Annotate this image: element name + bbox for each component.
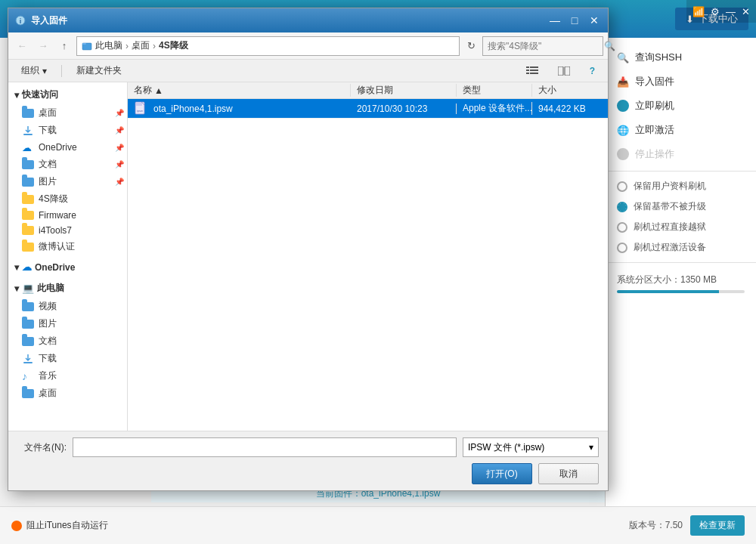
downloads-icon — [22, 125, 34, 137]
filename-input[interactable] — [73, 437, 457, 457]
col-header-size[interactable]: 大小 — [532, 84, 608, 97]
table-row[interactable]: ipsw ota_iPhone4,1.ipsw 2017/10/30 10:23… — [128, 99, 608, 119]
svg-rect-6 — [526, 70, 529, 71]
svg-rect-13 — [23, 362, 33, 363]
svg-rect-4 — [526, 66, 529, 68]
view-preview-button[interactable] — [551, 63, 577, 79]
refresh-button[interactable]: ↻ — [463, 38, 479, 54]
sidebar-item-4s-quick[interactable]: 4S降级 — [8, 190, 127, 208]
quick-access-expand[interactable]: ▾ — [14, 90, 19, 100]
pin-icon-3: 📌 — [115, 144, 124, 152]
firmware-folder-icon — [22, 211, 34, 220]
open-button[interactable]: 打开(O) — [472, 463, 532, 484]
dialog-close-button[interactable]: ✕ — [587, 13, 602, 28]
view-details-button[interactable] — [519, 63, 545, 79]
search-box: 🔍 — [482, 36, 603, 56]
svg-rect-12 — [23, 134, 33, 135]
direct-jailbreak-item[interactable]: 刷机过程直接越狱 — [606, 217, 756, 237]
pin-icon-1: 📌 — [115, 109, 124, 117]
dialog-maximize-button[interactable]: □ — [567, 13, 582, 28]
dialog-bottom: 文件名(N): IPSW 文件 (*.ipsw) ▾ 打开(O) 取消 — [8, 431, 608, 490]
nav-back-button[interactable]: ← — [13, 37, 31, 55]
breadcrumb-current[interactable]: 4S降级 — [159, 39, 188, 52]
search-input[interactable] — [488, 41, 601, 51]
quick-access-header: ▾ 快速访问 — [8, 85, 127, 104]
sidebar-item-pictures-quick[interactable]: 图片 📌 — [8, 173, 127, 190]
sidebar-item-downloads-quick[interactable]: 下载 📌 — [8, 122, 127, 139]
activate-jailbreak-item[interactable]: 刷机过程激活设备 — [606, 237, 756, 258]
col-header-date[interactable]: 修改日期 — [351, 84, 457, 97]
import-firmware-item[interactable]: 📥 导入固件 — [606, 70, 756, 94]
pictures-folder-icon — [22, 178, 34, 187]
4s-folder-icon — [22, 195, 34, 204]
dialog-content: ▾ 快速访问 桌面 📌 下载 📌 — [8, 82, 608, 431]
this-pc-label: 此电脑 — [37, 282, 64, 295]
sidebar-item-firmware[interactable]: Firmware — [8, 208, 127, 223]
sidebar-item-docs-pc[interactable]: 文档 — [8, 332, 127, 350]
system-size-info: 系统分区大小：1350 MB — [606, 267, 756, 299]
flash-dot — [617, 100, 629, 112]
svg-text:ipsw: ipsw — [137, 109, 143, 113]
breadcrumb-pc[interactable]: 此电脑 — [95, 39, 122, 52]
col-header-name[interactable]: 名称 ▲ — [128, 84, 351, 97]
music-icon: ♪ — [22, 370, 34, 382]
pin-icon-5: 📌 — [115, 178, 124, 186]
dialog-minimize-button[interactable]: — — [547, 13, 562, 28]
sort-asc-icon: ▲ — [154, 85, 163, 96]
sidebar-item-weibo[interactable]: 微博认证 — [8, 238, 127, 255]
minimize-tray-icon[interactable]: — — [726, 6, 736, 17]
desktop-folder-icon — [22, 109, 34, 118]
downloads-pc-icon — [22, 353, 34, 365]
query-shsh-item[interactable]: 🔍 查询SHSH — [606, 45, 756, 70]
onedrive-expand[interactable]: ▾ — [14, 262, 19, 273]
keep-user-data-item[interactable]: 保留用户资料刷机 — [606, 176, 756, 196]
docs-folder-icon — [22, 160, 34, 169]
svg-rect-11 — [565, 66, 570, 76]
sidebar-item-desktop-quick[interactable]: 桌面 📌 — [8, 104, 127, 122]
videos-folder-icon — [22, 302, 34, 311]
filename-row: 文件名(N): IPSW 文件 (*.ipsw) ▾ — [17, 437, 599, 457]
size-slider[interactable] — [617, 290, 745, 293]
dialog-icon: i — [14, 14, 26, 26]
app-bottombar: 阻止iTunes自动运行 版本号：7.50 检查更新 — [0, 506, 756, 544]
close-tray-icon[interactable]: ✕ — [742, 6, 750, 17]
file-list: 名称 ▲ 修改日期 类型 大小 — [128, 82, 608, 431]
activate-jailbreak-radio — [617, 243, 627, 253]
onedrive-icon: ☁ — [22, 261, 32, 273]
svg-rect-5 — [530, 66, 538, 68]
i4tools7-folder-icon — [22, 226, 34, 235]
import-firmware-icon: 📥 — [617, 76, 629, 88]
check-update-button[interactable]: 检查更新 — [690, 515, 745, 536]
quick-access-label: 快速访问 — [22, 88, 58, 101]
sidebar-item-docs-quick[interactable]: 文档 📌 — [8, 156, 127, 173]
col-header-type[interactable]: 类型 — [457, 84, 532, 97]
nav-up-button[interactable]: ↑ — [55, 37, 73, 55]
organize-button[interactable]: 组织 ▾ — [14, 61, 54, 80]
stop-itunes-control[interactable]: 阻止iTunes自动运行 — [11, 519, 108, 532]
stop-operation-item[interactable]: 停止操作 — [606, 142, 756, 166]
sidebar-item-desktop-pc[interactable]: 桌面 — [8, 385, 127, 402]
file-name-cell: ipsw ota_iPhone4,1.ipsw — [128, 101, 351, 116]
direct-jailbreak-radio — [617, 222, 627, 233]
cancel-button[interactable]: 取消 — [538, 463, 599, 484]
file-type-cell: Apple 设备软件... — [457, 102, 532, 115]
svg-rect-9 — [530, 73, 538, 74]
sidebar-item-i4tools7[interactable]: i4Tools7 — [8, 223, 127, 238]
new-folder-button[interactable]: 新建文件夹 — [70, 61, 129, 80]
file-size-cell: 944,422 KB — [532, 104, 608, 114]
sidebar-item-onedrive-quick[interactable]: ☁ OneDrive 📌 — [8, 139, 127, 156]
filetype-select[interactable]: IPSW 文件 (*.ipsw) ▾ — [463, 437, 599, 457]
breadcrumb-desktop[interactable]: 桌面 — [132, 39, 150, 52]
this-pc-expand[interactable]: ▾ — [14, 283, 19, 294]
nav-forward-button[interactable]: → — [34, 37, 52, 55]
keep-baseband-item[interactable]: 保留基带不被升级 — [606, 196, 756, 217]
activate-now-item[interactable]: 🌐 立即激活 — [606, 118, 756, 142]
sidebar-item-music[interactable]: ♪ 音乐 — [8, 367, 127, 385]
sidebar-item-videos[interactable]: 视频 — [8, 298, 127, 315]
query-shsh-icon: 🔍 — [617, 52, 629, 63]
sidebar-item-pictures-pc[interactable]: 图片 — [8, 315, 127, 332]
help-button[interactable]: ? — [583, 63, 602, 79]
sidebar-item-downloads-pc[interactable]: 下载 — [8, 350, 127, 367]
settings-icon: ⚙ — [711, 6, 720, 17]
flash-now-item[interactable]: 立即刷机 — [606, 94, 756, 118]
